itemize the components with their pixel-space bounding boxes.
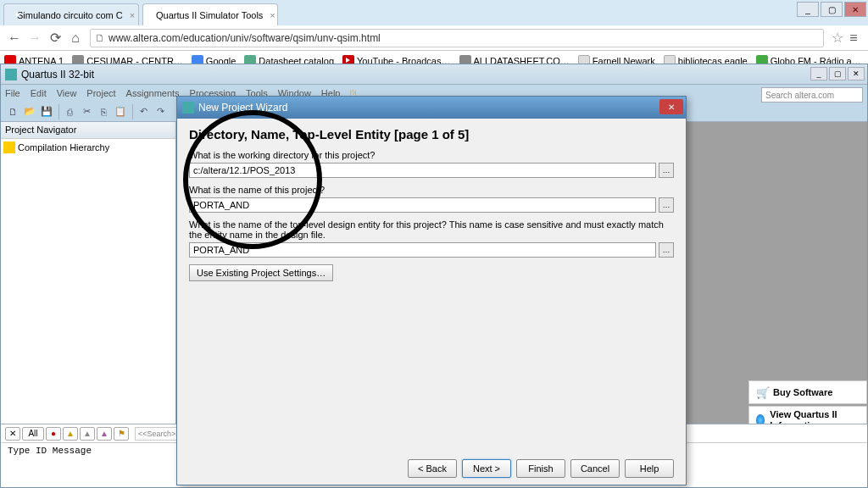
- menu-view[interactable]: View: [57, 88, 77, 98]
- menu-project[interactable]: Project: [86, 88, 115, 98]
- close-button[interactable]: ✕: [848, 67, 865, 80]
- quartus-icon: [5, 69, 17, 80]
- close-button[interactable]: ✕: [659, 99, 683, 114]
- forward-button: →: [25, 28, 45, 48]
- dialog-title: New Project Wizard: [198, 102, 287, 114]
- open-file-icon[interactable]: 📂: [22, 104, 37, 119]
- buy-software-button[interactable]: 🛒Buy Software: [748, 380, 867, 404]
- quartus-titlebar: Quartus II 32-bit _ ▢ ✕: [1, 64, 867, 85]
- home-button[interactable]: ⌂: [65, 28, 86, 48]
- minimize-button[interactable]: _: [797, 2, 819, 17]
- menu-edit[interactable]: Edit: [31, 88, 47, 98]
- close-button[interactable]: ✕: [844, 2, 866, 17]
- menu-button[interactable]: ≡: [843, 28, 864, 48]
- project-name-input[interactable]: [189, 197, 656, 213]
- page-heading: Directory, Name, Top-Level Entity [page …: [189, 127, 674, 141]
- finish-button[interactable]: Finish: [516, 459, 565, 478]
- page-icon: 🗋: [95, 32, 105, 44]
- filter-all-button[interactable]: All: [22, 427, 44, 441]
- save-icon[interactable]: 💾: [39, 104, 54, 119]
- browser-tab-quartus[interactable]: Quartus II Simulator Tools ×: [142, 3, 278, 25]
- close-icon[interactable]: ✕: [5, 427, 20, 441]
- tab-label: Simulando circuito com C: [17, 10, 123, 20]
- window-title: Quartus II 32-bit: [21, 69, 94, 80]
- working-directory-label: What is the working directory for this p…: [189, 150, 674, 160]
- info-filter-icon[interactable]: ▲: [80, 427, 95, 441]
- panel-title: Project Navigator: [1, 122, 175, 139]
- quartus-window-controls: _ ▢ ✕: [809, 67, 865, 80]
- warning-filter-icon[interactable]: ▲: [63, 427, 78, 441]
- working-directory-input[interactable]: [189, 163, 656, 178]
- bookmark-star-icon[interactable]: ☆: [832, 30, 843, 46]
- close-icon[interactable]: ×: [270, 10, 275, 20]
- menu-assignments[interactable]: Assignments: [126, 88, 180, 98]
- error-filter-icon[interactable]: ●: [46, 427, 61, 441]
- url-input[interactable]: 🗋 www.altera.com/education/univ/software…: [90, 29, 824, 47]
- top-level-entity-label: What is the name of the top-level design…: [189, 219, 674, 240]
- wizard-body: Directory, Name, Top-Level Entity [page …: [177, 119, 686, 290]
- reload-button[interactable]: ⟳: [45, 28, 65, 48]
- separator: [58, 104, 59, 119]
- back-button[interactable]: ←: [4, 28, 25, 48]
- flag-filter-icon[interactable]: ⚑: [114, 427, 129, 441]
- use-existing-settings-button[interactable]: Use Existing Project Settings…: [189, 264, 333, 281]
- top-level-entity-input[interactable]: [189, 242, 656, 258]
- undo-icon[interactable]: ↶: [136, 104, 151, 119]
- browser-tab-youtube[interactable]: Simulando circuito com C ×: [3, 3, 139, 25]
- back-button[interactable]: < Back: [408, 459, 457, 478]
- window-controls: _ ▢ ✕: [795, 2, 866, 17]
- wizard-footer: < Back Next > Finish Cancel Help: [408, 459, 674, 478]
- browser-tabstrip: Simulando circuito com C × Quartus II Si…: [0, 0, 868, 25]
- menu-file[interactable]: File: [5, 88, 20, 98]
- wizard-icon: [182, 102, 194, 114]
- maximize-button[interactable]: ▢: [821, 2, 843, 17]
- copy-icon[interactable]: ⎘: [96, 104, 111, 119]
- help-button[interactable]: Help: [625, 459, 674, 478]
- dialog-titlebar[interactable]: New Project Wizard ✕: [177, 97, 686, 119]
- paste-icon[interactable]: 📋: [113, 104, 128, 119]
- cut-icon[interactable]: ✂: [79, 104, 94, 119]
- search-input[interactable]: Search altera.com: [761, 87, 863, 103]
- tree-item[interactable]: Compilation Hierarchy: [3, 141, 173, 153]
- close-icon[interactable]: ×: [130, 10, 135, 20]
- browse-button[interactable]: …: [659, 242, 674, 258]
- url-text: www.altera.com/education/univ/software/q…: [108, 32, 381, 44]
- separator: [132, 104, 133, 119]
- redo-icon[interactable]: ↷: [153, 104, 168, 119]
- project-tree[interactable]: Compilation Hierarchy: [1, 139, 175, 470]
- maximize-button[interactable]: ▢: [829, 67, 846, 80]
- project-name-label: What is the name of this project?: [189, 185, 674, 195]
- address-bar: ← → ⟳ ⌂ 🗋 www.altera.com/education/univ/…: [0, 25, 868, 51]
- new-project-wizard-dialog: New Project Wizard ✕ Directory, Name, To…: [176, 96, 687, 485]
- warning-icon: [3, 141, 15, 153]
- print-icon[interactable]: ⎙: [62, 104, 77, 119]
- minimize-button[interactable]: _: [810, 67, 827, 80]
- browse-button[interactable]: …: [659, 163, 674, 178]
- browse-button[interactable]: …: [659, 197, 674, 213]
- next-button[interactable]: Next >: [462, 459, 511, 478]
- filter-icon[interactable]: ▲: [97, 427, 112, 441]
- cancel-button[interactable]: Cancel: [570, 459, 620, 478]
- new-file-icon[interactable]: 🗋: [5, 104, 20, 119]
- tab-label: Quartus II Simulator Tools: [156, 10, 263, 20]
- tree-item-label: Compilation Hierarchy: [18, 142, 109, 152]
- cart-icon: 🛒: [756, 386, 768, 398]
